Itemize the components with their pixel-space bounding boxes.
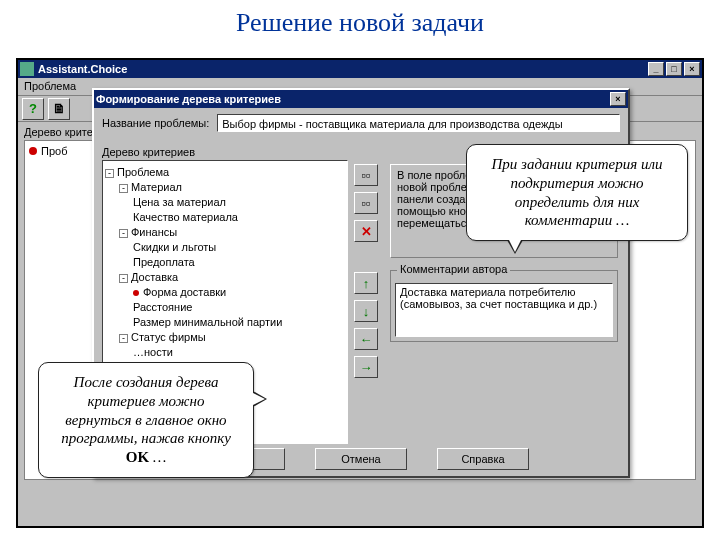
tree-group[interactable]: -Финансы bbox=[105, 225, 345, 240]
tree-leaf[interactable]: Скидки и льготы bbox=[105, 240, 345, 255]
callout-left-bold: OK bbox=[126, 449, 149, 465]
move-left-button[interactable]: ← bbox=[354, 328, 378, 350]
dialog-title: Формирование дерева критериев bbox=[96, 93, 281, 105]
callout-comment-hint: При задании критерия или подкритерия мож… bbox=[466, 144, 688, 241]
add-sibling-button[interactable]: ▫▫ bbox=[354, 164, 378, 186]
delete-node-button[interactable]: ✕ bbox=[354, 220, 378, 242]
tree-leaf[interactable]: Форма доставки bbox=[105, 285, 345, 300]
tree-leaf[interactable]: Расстояние bbox=[105, 300, 345, 315]
callout-left-post: … bbox=[149, 449, 166, 465]
move-down-button[interactable]: ↓ bbox=[354, 300, 378, 322]
tree-caption: Дерево критериев bbox=[102, 146, 195, 158]
minimize-button[interactable]: _ bbox=[648, 62, 664, 76]
move-up-button[interactable]: ↑ bbox=[354, 272, 378, 294]
comments-label: Комментарии автора bbox=[397, 263, 510, 275]
move-right-button[interactable]: → bbox=[354, 356, 378, 378]
doc-button[interactable]: 🗎 bbox=[48, 98, 70, 120]
tree-leaf[interactable]: Качество материала bbox=[105, 210, 345, 225]
tree-toolbar: ▫▫ ▫▫ ✕ ↑ ↓ ← → bbox=[354, 164, 380, 378]
problem-name-input[interactable]: Выбор фирмы - поставщика материала для п… bbox=[217, 114, 620, 132]
callout-right-text: При задании критерия или подкритерия мож… bbox=[492, 156, 663, 228]
callout-pointer-icon bbox=[253, 391, 267, 407]
dialog-close-button[interactable]: × bbox=[610, 92, 626, 106]
tree-group[interactable]: -Статус фирмы bbox=[105, 330, 345, 345]
help-button[interactable]: Справка bbox=[437, 448, 529, 470]
expander-icon[interactable]: - bbox=[105, 169, 114, 178]
comments-group: Комментарии автора Доставка материала по… bbox=[390, 270, 618, 342]
tree-leaf[interactable]: Предоплата bbox=[105, 255, 345, 270]
tree-group[interactable]: -Доставка bbox=[105, 270, 345, 285]
maximize-button[interactable]: □ bbox=[666, 62, 682, 76]
expander-icon[interactable]: - bbox=[119, 184, 128, 193]
callout-pointer-icon bbox=[507, 240, 523, 254]
cancel-button[interactable]: Отмена bbox=[315, 448, 407, 470]
bg-tree-root-label: Проб bbox=[41, 145, 67, 157]
problem-name-label: Название проблемы: bbox=[102, 117, 209, 129]
close-button[interactable]: × bbox=[684, 62, 700, 76]
bullet-icon bbox=[29, 147, 37, 155]
comments-text[interactable]: Доставка материала потребителю (самовыво… bbox=[395, 283, 613, 337]
menu-problem[interactable]: Проблема bbox=[24, 80, 76, 92]
callout-ok-hint: После создания дерева критериев можно ве… bbox=[38, 362, 254, 478]
dialog-titlebar[interactable]: Формирование дерева критериев × bbox=[94, 90, 628, 108]
help-button[interactable]: ? bbox=[22, 98, 44, 120]
bullet-icon bbox=[133, 290, 139, 296]
tree-group[interactable]: -Материал bbox=[105, 180, 345, 195]
callout-left-pre: После создания дерева критериев можно ве… bbox=[61, 374, 231, 446]
tree-root[interactable]: -Проблема bbox=[105, 165, 345, 180]
app-icon bbox=[20, 62, 34, 76]
slide-title: Решение новой задачи bbox=[0, 0, 720, 44]
expander-icon[interactable]: - bbox=[119, 334, 128, 343]
tree-leaf[interactable]: …ности bbox=[105, 345, 345, 360]
add-child-button[interactable]: ▫▫ bbox=[354, 192, 378, 214]
app-title: Assistant.Choice bbox=[38, 63, 127, 75]
expander-icon[interactable]: - bbox=[119, 229, 128, 238]
app-titlebar: Assistant.Choice _ □ × bbox=[18, 60, 702, 78]
tree-leaf[interactable]: Размер минимальной партии bbox=[105, 315, 345, 330]
tree-leaf[interactable]: Цена за материал bbox=[105, 195, 345, 210]
expander-icon[interactable]: - bbox=[119, 274, 128, 283]
